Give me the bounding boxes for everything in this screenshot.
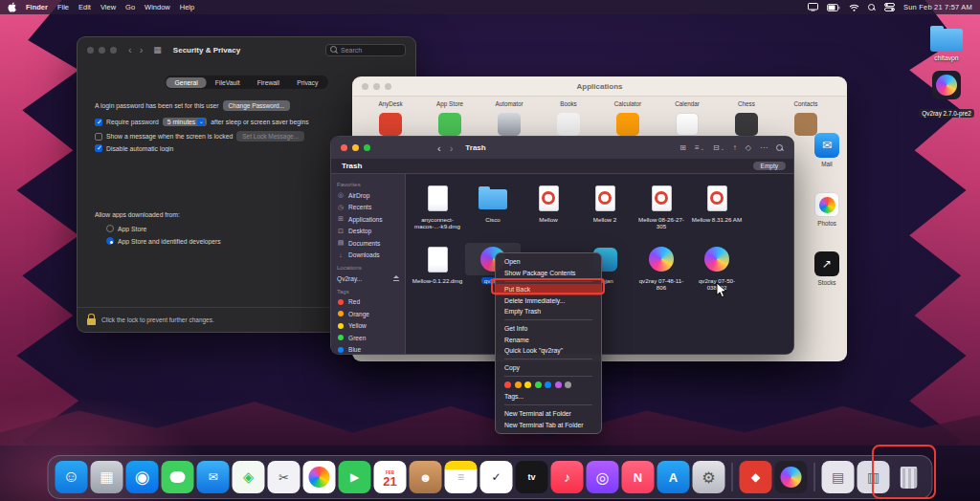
menu-item-delete-immediately[interactable]: Delete Immediately... — [496, 295, 601, 307]
app-label-books[interactable]: Books — [539, 100, 598, 107]
app-icon-5[interactable] — [616, 113, 639, 136]
app-label-automator[interactable]: Automator — [479, 100, 539, 107]
show-message-checkbox[interactable] — [95, 133, 102, 141]
sidebar-tag-red[interactable]: Red — [337, 296, 399, 309]
zoom-button[interactable] — [364, 144, 370, 151]
app-label-anydesk[interactable]: AnyDesk — [361, 100, 420, 107]
share-icon[interactable]: ↑ — [733, 143, 737, 152]
file-anyconnect-dmg[interactable]: anyconnect-macos-...-k9.dmg — [410, 182, 465, 230]
lock-icon[interactable] — [87, 318, 96, 325]
menu-item-tags[interactable]: Tags... — [496, 391, 601, 403]
back-icon[interactable]: ‹ — [437, 142, 441, 154]
menu-item-get-info[interactable]: Get Info — [496, 323, 601, 335]
menu-edit[interactable]: Edit — [78, 3, 91, 11]
app-icon-6[interactable] — [676, 113, 699, 136]
list-view-icon[interactable]: ≡⌄ — [695, 143, 704, 152]
sidebar-item-recents[interactable]: ◷Recents — [337, 202, 399, 214]
set-lock-message-button[interactable]: Set Lock Message... — [236, 131, 304, 142]
messages-dock-icon[interactable] — [162, 461, 194, 493]
app-label-calendar[interactable]: Calendar — [657, 100, 717, 107]
facetime-dock-icon[interactable]: ▶ — [339, 461, 371, 493]
menu-item-show-package-contents[interactable]: Show Package Contents — [496, 268, 601, 279]
sidebar-item-applications[interactable]: ⊞Applications — [337, 213, 399, 226]
sidebar-item-desktop[interactable]: ⊡Desktop — [337, 226, 399, 238]
menu-file[interactable]: File — [57, 3, 69, 11]
group-icon[interactable]: ⊟⌄ — [713, 143, 724, 152]
photos-dock-icon[interactable] — [303, 461, 336, 493]
app-item-photos[interactable]: Photos — [797, 192, 847, 227]
app-icon-3[interactable] — [498, 113, 521, 136]
apple-menu-icon[interactable] — [8, 2, 16, 12]
menu-item-empty-trash[interactable]: Empty Trash — [496, 306, 601, 317]
forward-icon[interactable]: › — [140, 44, 144, 55]
file-mellow-83126[interactable]: Mellow 8.31.26 AM — [689, 182, 745, 223]
change-password-button[interactable]: Change Password... — [223, 100, 291, 111]
app-label-chess[interactable]: Chess — [717, 100, 776, 107]
sidebar-tag-yellow[interactable]: Yellow — [337, 320, 399, 333]
maps-dock-icon[interactable]: ◈ — [233, 461, 265, 493]
contacts-dock-icon[interactable]: ☻ — [410, 461, 442, 493]
qv2ray-dock-icon[interactable] — [775, 461, 808, 493]
more-icon[interactable]: ⋯ — [760, 143, 768, 152]
eject-icon[interactable] — [392, 275, 399, 281]
tag-icon[interactable]: ◇ — [746, 143, 751, 152]
gray-tag-dot[interactable] — [565, 381, 571, 388]
sidebar-tag-blue[interactable]: Blue — [337, 344, 399, 355]
tab-general[interactable]: General — [167, 77, 207, 88]
forward-icon[interactable]: › — [450, 142, 454, 154]
sidebar-item-downloads[interactable]: ↓Downloads — [337, 250, 399, 262]
control-center-icon[interactable] — [884, 3, 895, 11]
tab-firewall[interactable]: Firewall — [249, 77, 288, 88]
zoom-button[interactable] — [110, 47, 117, 54]
menu-item-quick-look[interactable]: Quick Look "qv2ray" — [496, 345, 601, 357]
minimize-button[interactable] — [352, 144, 359, 151]
menu-go[interactable]: Go — [125, 3, 135, 11]
purple-tag-dot[interactable] — [555, 381, 562, 388]
yellow-tag-dot[interactable] — [524, 381, 531, 388]
news-dock-icon[interactable]: N — [622, 461, 655, 493]
menu-item-open[interactable]: Open — [496, 256, 601, 268]
blue-tag-dot[interactable] — [545, 381, 551, 388]
require-password-checkbox[interactable] — [95, 119, 102, 126]
app-icon-1[interactable] — [379, 113, 402, 136]
wifi-icon[interactable] — [849, 4, 859, 11]
require-password-interval-select[interactable]: 5 minutes — [163, 118, 207, 126]
calendar-dock-icon[interactable]: FEB 21 — [374, 461, 407, 493]
search-input[interactable]: Search — [325, 44, 406, 56]
sidebar-item-airdrop[interactable]: ◎AirDrop — [337, 189, 399, 202]
scissors-dock-icon[interactable]: ✂ — [268, 461, 301, 493]
file-mellow-08-26[interactable]: Mellow 08-26-27-305 — [634, 182, 689, 230]
show-all-icon[interactable]: ▦ — [153, 45, 162, 54]
search-icon[interactable] — [776, 144, 784, 152]
close-button[interactable] — [87, 47, 94, 54]
app-icon-2[interactable] — [438, 113, 461, 136]
spotlight-search-icon[interactable] — [868, 4, 876, 11]
desktop-icon-chitavpn[interactable]: chitavpn — [919, 25, 974, 61]
file-mellow-2[interactable]: Mellow 2 — [577, 182, 633, 223]
menu-view[interactable]: View — [100, 3, 116, 11]
red-tag-dot[interactable] — [504, 381, 511, 388]
display-icon[interactable] — [808, 3, 818, 11]
safari-dock-icon[interactable]: ◉ — [126, 461, 159, 493]
battery-icon[interactable] — [827, 4, 840, 11]
system-preferences-dock-icon[interactable]: ⚙ — [693, 461, 725, 493]
menu-bar-clock[interactable]: Sun Feb 21 7:57 AM — [903, 3, 972, 11]
app-label-appstore[interactable]: App Store — [420, 100, 479, 107]
red-app-dock-icon[interactable]: ◆ — [740, 461, 772, 493]
close-button[interactable] — [341, 144, 347, 151]
back-icon[interactable]: ‹ — [128, 44, 132, 55]
notes-dock-icon[interactable]: ≡ — [445, 461, 478, 493]
menu-help[interactable]: Help — [180, 3, 194, 11]
tv-dock-icon[interactable]: tv — [516, 461, 548, 493]
music-dock-icon[interactable]: ♪ — [551, 461, 584, 493]
app-label-calculator[interactable]: Calculator — [598, 100, 657, 107]
launchpad-dock-icon[interactable]: ▦ — [91, 461, 123, 493]
file-cisco-folder[interactable]: Cisco — [465, 182, 521, 223]
app-icon-7[interactable] — [735, 113, 758, 136]
downloads-stack-dock-icon[interactable]: ▤ — [822, 461, 855, 493]
identified-developers-radio[interactable] — [106, 237, 114, 245]
finder-dock-icon[interactable]: ☺ — [56, 461, 88, 493]
tab-filevault[interactable]: FileVault — [207, 77, 249, 88]
mail-dock-icon[interactable]: ✉ — [197, 461, 230, 493]
app-label-contacts[interactable]: Contacts — [776, 100, 835, 107]
